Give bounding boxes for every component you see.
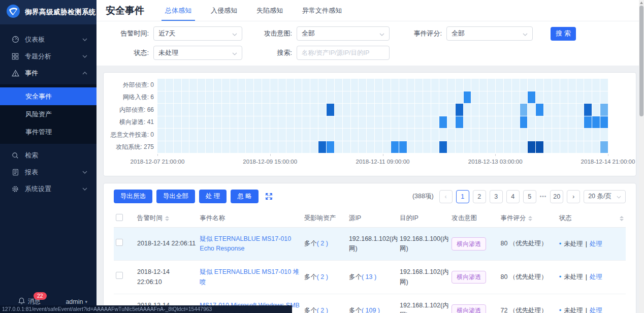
event-name-link[interactable]: 疑似 ETERNALBLUE MS17-010 堆喷 [200, 268, 299, 285]
ignore-button[interactable]: 忽 略 [231, 190, 258, 203]
page-button-3[interactable]: 3 [490, 190, 503, 203]
chevron-down-icon [523, 30, 528, 38]
heatmap-cell [544, 79, 552, 91]
heatmap-cell [230, 129, 238, 141]
scrollbar-up-arrow[interactable] [640, 2, 643, 4]
fullscreen-icon[interactable] [264, 191, 275, 202]
sort-icon[interactable] [165, 216, 169, 221]
heatmap-cell [464, 79, 471, 91]
scrollbar[interactable] [639, 0, 644, 313]
sidebar-item-search[interactable]: 检索 [0, 147, 96, 164]
attack-intent-select[interactable]: 全部 [297, 26, 390, 41]
heatmap-cell [270, 141, 278, 153]
page-button-5[interactable]: 5 [523, 190, 536, 203]
heatmap-cell [520, 116, 528, 129]
page-button-1[interactable]: 1 [456, 190, 469, 203]
heatmap-cell [536, 116, 543, 129]
cell-event-name: 疑似 ETERNALBLUE MS17-010 Echo Response [198, 227, 302, 261]
heatmap-cell [407, 79, 415, 91]
sidebar-item-label: 事件 [25, 69, 38, 78]
tab-intrusion-perception[interactable]: 入侵感知 [201, 0, 247, 21]
sidebar-item-topic-analysis[interactable]: 专题分析 [0, 48, 96, 65]
x-axis-tickmark [270, 154, 271, 156]
heatmap-cell [318, 141, 326, 153]
heatmap-cell [254, 104, 262, 116]
export-all-button[interactable]: 导出全部 [156, 190, 195, 203]
handle-link[interactable]: 处理 [590, 240, 602, 247]
heatmap-cell [496, 91, 503, 104]
heatmap-cell [512, 91, 520, 104]
select-all-checkbox[interactable] [116, 214, 123, 221]
page-button-20[interactable]: 20 [550, 190, 563, 203]
heatmap-cell [286, 116, 294, 129]
page-button-2[interactable]: 2 [473, 190, 486, 203]
status-select[interactable]: 未处理 [153, 46, 242, 60]
row-checkbox[interactable] [116, 239, 123, 246]
user-menu[interactable]: admin ▾ [66, 298, 87, 305]
heatmap-cell [496, 141, 503, 153]
heatmap-cell [270, 116, 278, 129]
event-name-link[interactable]: 疑似 ETERNALBLUE MS17-010 Echo Response [200, 235, 291, 252]
heatmap-cell [254, 91, 262, 104]
heatmap-cell [423, 91, 431, 104]
count-link[interactable]: ( 2 ) [317, 273, 328, 280]
heatmap-cell [166, 129, 173, 141]
sort-icon[interactable] [620, 216, 624, 221]
prev-page-button[interactable]: ‹ [439, 190, 453, 203]
count-link[interactable]: ( 2 ) [317, 307, 328, 313]
heatmap-cell [439, 141, 447, 153]
sort-icon[interactable] [528, 216, 532, 221]
sidebar-subitem-security-events[interactable]: 安全事件 [0, 87, 96, 105]
heatmap-cell [584, 129, 592, 141]
sidebar-item-events[interactable]: 事件 [0, 65, 96, 81]
sidebar-item-system-settings[interactable]: 系统设置 [0, 180, 96, 197]
keyword-label: 搜索: [242, 48, 297, 57]
sidebar-item-dashboard[interactable]: 仪表板 [0, 31, 96, 48]
messages-menu[interactable]: 消息 22 [18, 297, 41, 306]
count-link[interactable]: ( 2 ) [317, 240, 328, 247]
handle-link[interactable]: 处理 [590, 307, 602, 313]
event-score-select[interactable]: 全部 [446, 26, 533, 41]
chevron-down-icon [232, 49, 237, 57]
count-link[interactable]: ( 13 ) [362, 273, 376, 280]
heatmap-cell [351, 104, 359, 116]
tab-compromise-perception[interactable]: 失陷感知 [247, 0, 293, 21]
heatmap-cell [278, 79, 286, 91]
page-size-select[interactable]: 20 条/页 [584, 190, 626, 203]
heatmap-cell [189, 104, 197, 116]
sidebar-subitem-event-management[interactable]: 事件管理 [0, 123, 96, 141]
scrollbar-thumb[interactable] [639, 6, 643, 116]
heatmap-cell [399, 129, 407, 141]
heatmap-cell [270, 129, 278, 141]
row-checkbox[interactable] [116, 272, 123, 279]
tab-overall-perception[interactable]: 总体感知 [155, 0, 201, 21]
settings-icon [11, 185, 19, 193]
heatmap-cell [327, 116, 334, 129]
column-header-label: 目的IP [400, 214, 418, 223]
heatmap-cell [600, 141, 608, 153]
keyword-input[interactable] [297, 46, 390, 60]
heatmap-cell [335, 91, 342, 104]
heatmap-cell [391, 79, 399, 91]
search-button[interactable]: 搜 索 [551, 27, 576, 41]
heatmap-cell [464, 116, 471, 129]
heatmap-cell [166, 79, 173, 91]
heatmap-cell [351, 116, 359, 129]
heatmap-cell [189, 116, 197, 129]
handle-button[interactable]: 处 理 [199, 190, 227, 203]
heatmap-cell [576, 91, 584, 104]
handle-link[interactable]: 处理 [590, 273, 602, 280]
column-header: 事件名称 [198, 210, 302, 227]
heatmap-cell [456, 79, 463, 91]
heatmap-cell [351, 79, 359, 91]
next-page-button[interactable]: › [567, 190, 580, 203]
alert-time-select[interactable]: 近7天 [153, 26, 242, 41]
heatmap-cell [471, 141, 479, 153]
heatmap-cell [512, 116, 520, 129]
sidebar-item-reports[interactable]: 报表 [0, 164, 96, 180]
export-selected-button[interactable]: 导出所选 [114, 190, 152, 203]
page-button-4[interactable]: 4 [506, 190, 520, 203]
tab-abnormal-file-perception[interactable]: 异常文件感知 [293, 0, 351, 21]
sidebar-subitem-risk-assets[interactable]: 风险资产 [0, 105, 96, 123]
count-link[interactable]: ( 109 ) [362, 307, 380, 313]
